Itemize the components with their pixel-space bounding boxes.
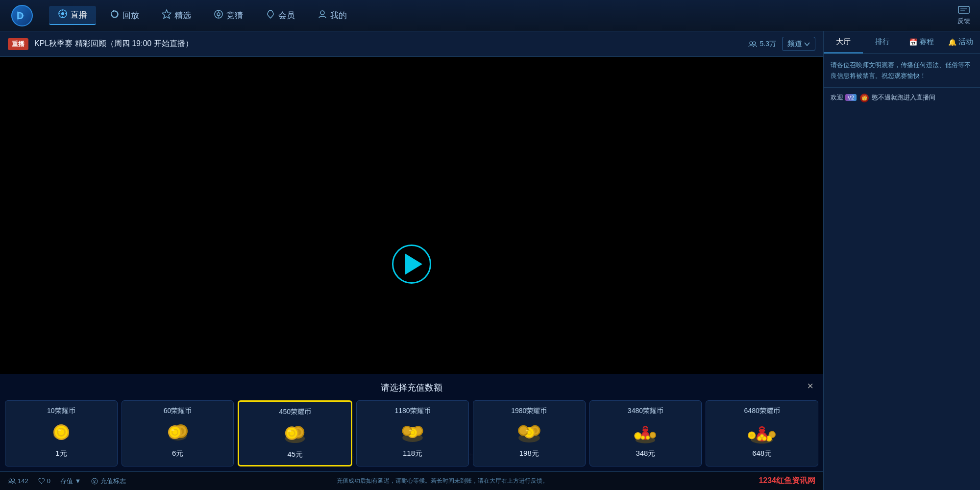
svg-point-19: [753, 42, 756, 45]
feedback-button[interactable]: 反馈: [957, 6, 970, 25]
bottom-notice: 充值成功后如有延迟，请耐心等候。若长时间未到账，请在大厅右上方进行反馈。: [136, 477, 749, 485]
stat-label-1: 142: [18, 477, 28, 485]
nav-item-member[interactable]: 会员: [257, 6, 304, 24]
svg-point-91: [12, 479, 15, 482]
svg-rect-15: [958, 6, 969, 13]
viewers-icon: [748, 41, 757, 48]
coin-img-4: [397, 420, 428, 444]
replay-badge: 重播: [8, 38, 28, 50]
charge-option-7[interactable]: 6480荣耀币: [706, 400, 818, 466]
top-nav: D 直播: [0, 0, 980, 31]
bottom-bar: 142 0 存值 ▼ ¥ 充值标志 充值成功后如有延迟，请耐心等候。若长时间未到…: [0, 471, 823, 490]
chat-tabs: 大厅 排行 📅 赛程 🔔 活动: [824, 31, 980, 54]
nav-item-featured[interactable]: 精选: [153, 6, 200, 24]
logo-circle: D: [11, 5, 33, 26]
stat-label-2: 0: [47, 477, 50, 485]
coin-img-2: [162, 420, 194, 444]
stat-label-4: 充值标志: [100, 477, 126, 486]
charge-price-4: 118元: [403, 449, 422, 458]
charge-close-button[interactable]: ×: [807, 380, 813, 392]
tab-activity[interactable]: 🔔 活动: [941, 31, 980, 53]
nav-item-mine[interactable]: 我的: [309, 6, 356, 24]
stat-save[interactable]: 存值 ▼: [60, 477, 81, 486]
predict-icon: [214, 9, 223, 22]
main-content: 重播 KPL秋季赛 精彩回顾（周四 19:00 开始直播） 5.3万 频道: [0, 31, 980, 490]
svg-point-2: [61, 12, 64, 15]
nav-right: 反馈: [957, 6, 970, 25]
charge-title: 请选择充值数额: [5, 382, 818, 393]
watermark: 1234红鱼资讯网: [759, 476, 815, 486]
svg-point-14: [320, 11, 324, 15]
coin-img-1: [46, 420, 77, 444]
svg-point-52: [411, 431, 415, 434]
tab-rank-label: 排行: [875, 37, 890, 47]
tab-schedule[interactable]: 📅 赛程: [902, 31, 941, 53]
stat-0: 0: [38, 477, 50, 485]
viewer-count: 5.3万: [748, 40, 776, 49]
tab-activity-label: 活动: [958, 37, 973, 47]
svg-point-70: [643, 428, 649, 432]
channel-button[interactable]: 频道: [782, 37, 815, 51]
svg-point-34: [172, 429, 174, 431]
stat-charge[interactable]: ¥ 充值标志: [91, 477, 126, 486]
charge-price-5: 198元: [519, 449, 539, 458]
svg-point-74: [647, 436, 650, 439]
nav-item-replay[interactable]: 回放: [101, 6, 148, 24]
play-button[interactable]: [392, 245, 431, 284]
svg-point-83: [759, 429, 765, 432]
svg-point-63: [527, 431, 531, 434]
svg-point-67: [635, 433, 641, 439]
charge-option-6[interactable]: 3480荣耀币: [589, 400, 702, 466]
tab-lobby[interactable]: 大厅: [824, 31, 863, 53]
nav-label-live: 直播: [71, 9, 87, 21]
v2-badge: V2: [845, 94, 857, 101]
charge-price-7: 648元: [752, 449, 772, 458]
nav-item-live[interactable]: 直播: [49, 6, 96, 25]
svg-point-89: [760, 435, 763, 438]
tab-lobby-label: 大厅: [836, 37, 851, 47]
chat-section: 大厅 排行 📅 赛程 🔔 活动 请各位召唤师文明观赛，传播任何违法、低俗等不良信…: [823, 31, 980, 490]
nav-label-mine: 我的: [330, 10, 347, 21]
svg-point-11: [217, 13, 220, 16]
info-bar: 重播 KPL秋季赛 精彩回顾（周四 19:00 开始直播） 5.3万 频道: [0, 31, 823, 57]
charge-amount-3: 450荣耀币: [279, 408, 311, 416]
feedback-label: 反馈: [957, 17, 970, 25]
channel-label: 频道: [787, 39, 802, 49]
charge-option-3[interactable]: 450荣耀币: [238, 400, 352, 466]
chat-notice: 请各位召唤师文明观赛，传播任何违法、低俗等不良信息将被禁言。祝您观赛愉快！: [824, 54, 980, 88]
svg-point-7: [111, 11, 118, 18]
video-section: 重播 KPL秋季赛 精彩回顾（周四 19:00 开始直播） 5.3万 频道: [0, 31, 823, 490]
svg-point-64: [526, 430, 529, 431]
logo[interactable]: D: [10, 3, 34, 28]
coin-img-7: [746, 420, 778, 444]
charge-option-5[interactable]: 1980荣耀币: [473, 400, 586, 466]
mine-icon: [318, 9, 327, 22]
chat-messages: 欢迎 V2 👑 憨不過就跑进入直播间: [824, 88, 980, 490]
charge-amount-4: 1180荣耀币: [394, 407, 430, 416]
svg-point-18: [750, 42, 753, 45]
svg-marker-8: [113, 10, 115, 13]
nav-label-featured: 精选: [174, 10, 191, 21]
charge-amount-5: 1980荣耀币: [511, 407, 547, 416]
charge-option-2[interactable]: 60荣耀币: [122, 400, 234, 466]
chevron-down-icon: [804, 42, 810, 46]
tab-rank[interactable]: 排行: [863, 31, 902, 53]
welcome-user: 憨不過就跑进入直播间: [872, 94, 935, 101]
stream-title: KPL秋季赛 精彩回顾（周四 19:00 开始直播）: [34, 39, 742, 49]
charge-option-1[interactable]: 10荣耀币 1元: [5, 400, 118, 466]
nav-item-predict[interactable]: 竞猜: [205, 6, 252, 24]
nav-items: 直播 回放 精选: [49, 6, 957, 25]
nav-label-member: 会员: [278, 10, 295, 21]
stat-142: 142: [8, 477, 28, 485]
charge-price-1: 1元: [55, 449, 67, 458]
svg-text:¥: ¥: [93, 479, 96, 484]
charge-amount-2: 60荣耀币: [164, 407, 192, 416]
nav-label-predict: 竞猜: [226, 10, 243, 21]
svg-point-43: [288, 430, 292, 432]
crown-badge: 👑: [860, 94, 869, 102]
replay-icon: [110, 9, 120, 22]
video-player[interactable]: 当前非WIFI网络环境，继续观看需要消耗流量 请选择充值数额 × 10荣耀币: [0, 57, 823, 471]
charge-amount-7: 6480荣耀币: [744, 407, 780, 416]
charge-option-4[interactable]: 1180荣耀币: [356, 400, 469, 466]
coin-img-5: [514, 420, 545, 444]
